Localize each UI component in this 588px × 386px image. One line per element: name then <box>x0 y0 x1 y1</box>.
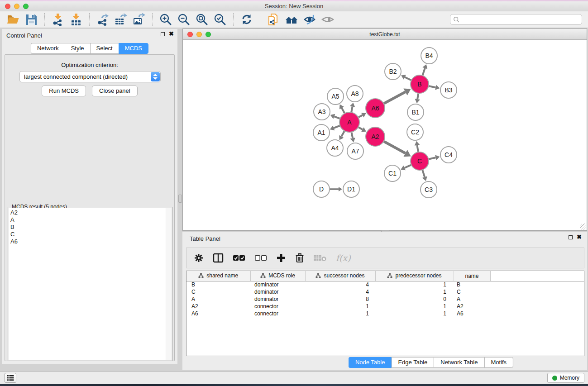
tab-select[interactable]: Select <box>90 43 119 54</box>
table-cell[interactable]: connector <box>250 310 305 317</box>
close-panel-icon[interactable]: ✖ <box>169 32 174 36</box>
edge-B-B1[interactable] <box>417 94 418 99</box>
table-cell[interactable]: 4 <box>305 281 375 288</box>
column-header-MCDS-role[interactable]: MCDS role <box>250 271 305 281</box>
node-table[interactable]: shared nameMCDS rolesuccessor nodesprede… <box>186 271 584 356</box>
close-panel-icon[interactable]: ✖ <box>577 235 582 239</box>
save-session-icon[interactable] <box>24 13 38 26</box>
zoom-selected-icon[interactable] <box>213 13 227 26</box>
tab-edge-table[interactable]: Edge Table <box>391 357 434 368</box>
table-cell[interactable]: 4 <box>305 288 375 295</box>
table-row[interactable]: A6connector11A6 <box>186 310 584 317</box>
table-cell[interactable]: 1 <box>375 303 454 310</box>
search-input[interactable] <box>460 16 579 23</box>
edge-C-C3[interactable] <box>422 170 425 177</box>
export-image-icon[interactable] <box>132 13 146 26</box>
table-cell[interactable]: C <box>454 288 490 295</box>
table-cell[interactable]: 8 <box>305 295 375 303</box>
edge-B-B2[interactable] <box>405 77 411 80</box>
edge-A2-C[interactable] <box>384 142 405 153</box>
show-hide-panels-icon[interactable] <box>321 13 335 26</box>
edge-A-A8[interactable] <box>351 107 352 112</box>
table-row[interactable]: Bdominator41B <box>186 281 584 288</box>
table-cell[interactable]: 1 <box>375 310 454 317</box>
table-row[interactable]: Adominator80A <box>186 295 584 303</box>
edge-A-A2[interactable] <box>359 127 363 129</box>
network-window-titlebar[interactable]: testGlobe.txt <box>183 29 587 40</box>
tab-network[interactable]: Network <box>31 43 65 54</box>
table-cell[interactable]: connector <box>250 303 305 310</box>
scrollbar-track[interactable] <box>166 208 172 360</box>
table-cell[interactable]: A <box>186 295 250 303</box>
home-layout-icon[interactable] <box>285 13 298 26</box>
float-panel-icon[interactable] <box>161 32 165 36</box>
table-cell[interactable]: C <box>186 288 250 295</box>
table-cell[interactable]: dominator <box>250 295 305 303</box>
column-chooser-icon[interactable] <box>213 253 224 263</box>
export-network-icon[interactable] <box>96 13 110 26</box>
add-column-icon[interactable] <box>276 253 286 263</box>
list-item[interactable]: C <box>9 231 172 238</box>
list-item[interactable]: A6 <box>9 238 172 245</box>
column-header-name[interactable]: name <box>454 271 490 281</box>
table-cell[interactable]: 1 <box>375 288 454 295</box>
edge-A6-B[interactable] <box>384 92 405 104</box>
table-cell[interactable]: 1 <box>305 310 375 317</box>
float-panel-icon[interactable] <box>569 235 573 239</box>
edge-C-C2[interactable] <box>417 145 418 152</box>
import-table-icon[interactable] <box>69 13 83 26</box>
edge-A-A1[interactable] <box>334 126 339 128</box>
window-resize-grip[interactable] <box>580 224 586 230</box>
tab-style[interactable]: Style <box>65 43 90 54</box>
column-header-shared-name[interactable]: shared name <box>186 271 250 281</box>
export-table-icon[interactable] <box>114 13 128 26</box>
list-item[interactable]: B <box>9 224 172 231</box>
table-cell[interactable]: 1 <box>305 303 375 310</box>
mcds-result-list[interactable]: A2ABCA6 <box>9 208 172 360</box>
list-item[interactable]: A <box>9 216 172 224</box>
table-cell[interactable]: A2 <box>454 303 490 310</box>
memory-button[interactable]: Memory <box>547 373 584 383</box>
table-cell[interactable]: dominator <box>250 288 305 295</box>
edge-C-C4[interactable] <box>429 157 436 159</box>
optimization-criterion-dropdown[interactable]: largest connected component (directed) <box>19 71 161 82</box>
deselect-all-rows-icon[interactable] <box>254 254 267 262</box>
edge-B-B4[interactable] <box>423 68 425 75</box>
close-panel-button[interactable]: Close panel <box>92 86 138 96</box>
table-options-icon[interactable] <box>194 253 204 263</box>
open-session-icon[interactable] <box>6 13 20 26</box>
tab-node-table[interactable]: Node Table <box>349 357 392 368</box>
zoom-fit-icon[interactable] <box>195 13 209 26</box>
search-field[interactable] <box>450 14 582 25</box>
edge-C-C1[interactable] <box>405 165 411 168</box>
edge-A-A7[interactable] <box>352 133 353 138</box>
table-cell[interactable]: A <box>454 295 490 303</box>
select-all-rows-icon[interactable] <box>233 254 245 262</box>
task-history-button[interactable] <box>5 373 16 383</box>
network-canvas[interactable]: B4B2BB3A8A5A6A3B1AA1C2A2A4A7C4CC1C3DD1 <box>183 40 586 230</box>
edge-A-A5[interactable] <box>342 108 344 113</box>
zoom-in-icon[interactable] <box>159 13 172 26</box>
vertical-divider-grip[interactable] <box>178 195 182 203</box>
import-network-icon[interactable] <box>51 13 65 26</box>
refresh-view-icon[interactable] <box>240 13 253 26</box>
column-header-predecessor-nodes[interactable]: predecessor nodes <box>375 271 454 281</box>
edge-A-A6[interactable] <box>359 115 363 117</box>
table-cell[interactable]: 1 <box>375 281 454 288</box>
table-cell[interactable]: 0 <box>375 295 454 303</box>
list-item[interactable]: A2 <box>9 209 172 216</box>
tab-motifs[interactable]: Motifs <box>484 357 513 368</box>
edge-A-A4[interactable] <box>341 131 344 136</box>
run-mcds-button[interactable]: Run MCDS <box>42 86 86 96</box>
table-cell[interactable]: A6 <box>186 310 250 317</box>
table-cell[interactable]: A2 <box>186 303 250 310</box>
table-cell[interactable]: dominator <box>250 281 305 288</box>
column-header-successor-nodes[interactable]: successor nodes <box>305 271 375 281</box>
table-cell[interactable]: B <box>454 281 490 288</box>
tab-network-table[interactable]: Network Table <box>434 357 484 368</box>
edge-A-A3[interactable] <box>334 116 339 119</box>
table-row[interactable]: A2connector11A2 <box>186 303 584 310</box>
duplicate-network-icon[interactable] <box>267 13 280 26</box>
edge-B-B3[interactable] <box>429 86 436 87</box>
zoom-out-icon[interactable] <box>177 13 191 26</box>
